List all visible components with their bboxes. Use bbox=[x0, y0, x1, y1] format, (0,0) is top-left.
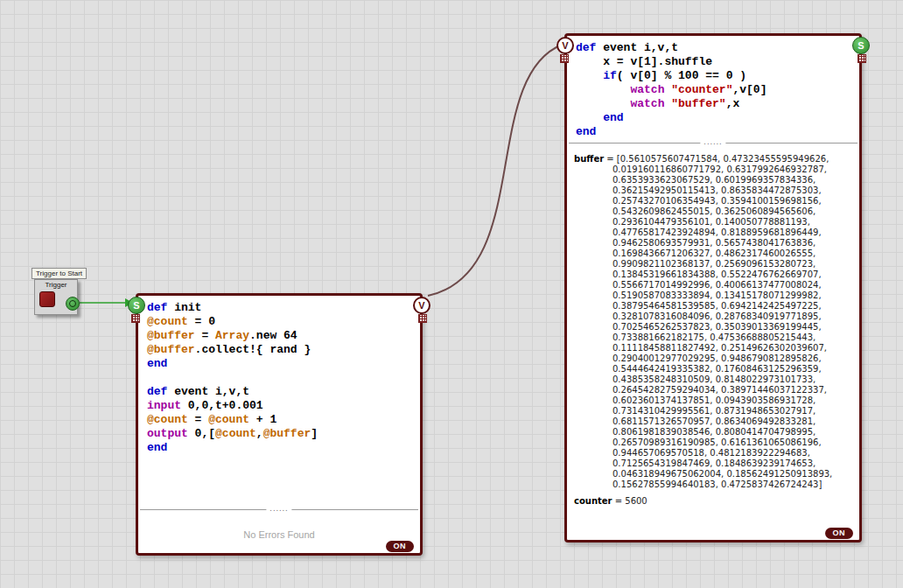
trigger-button[interactable] bbox=[39, 291, 55, 307]
event-code-editor[interactable]: def event i,v,t x = v[1].shuffle if( v[0… bbox=[567, 36, 859, 143]
event-divider-handle[interactable]: ...... bbox=[700, 138, 725, 147]
node-init[interactable]: S V def init@count = 0@buffer = Array.ne… bbox=[136, 293, 423, 556]
watch-buffer-first-line: = [0.5610575607471584, 0.473234555959496… bbox=[604, 154, 829, 164]
watch-counter-label: counter bbox=[574, 496, 612, 506]
node-event[interactable]: V S def event i,v,t x = v[1].shuffle if(… bbox=[564, 33, 862, 542]
event-inlet-connector-icon[interactable] bbox=[560, 54, 569, 63]
init-inlet-connector-icon[interactable] bbox=[131, 314, 140, 323]
watch-buffer-label: buffer bbox=[574, 154, 604, 164]
init-status-bar: No Errors Found bbox=[138, 516, 420, 553]
init-to-event-wire[interactable] bbox=[428, 45, 562, 296]
init-on-toggle[interactable]: ON bbox=[386, 541, 415, 552]
event-on-toggle[interactable]: ON bbox=[825, 528, 854, 539]
watch-counter-value: = 5600 bbox=[612, 496, 648, 506]
init-divider-handle[interactable]: ...... bbox=[266, 505, 291, 514]
event-output-badge[interactable]: S bbox=[852, 37, 870, 54]
event-outlet-connector-icon[interactable] bbox=[858, 54, 866, 63]
event-resize-divider[interactable]: ...... bbox=[569, 143, 858, 150]
trigger-label: Trigger bbox=[35, 281, 77, 289]
patcher-canvas: Trigger to Start Trigger S V def init@co… bbox=[0, 0, 903, 588]
init-code-editor[interactable]: def init@count = 0@buffer = Array.new 64… bbox=[138, 296, 420, 509]
init-resize-divider[interactable]: ...... bbox=[140, 509, 418, 516]
watch-buffer: buffer = [0.5610575607471584, 0.47323455… bbox=[574, 154, 852, 490]
trigger-tooltip: Trigger to Start bbox=[32, 268, 87, 279]
watch-buffer-values: 0.019160116860771792, 0.6317992646932787… bbox=[574, 164, 852, 490]
event-input-badge[interactable]: V bbox=[556, 37, 574, 54]
init-status-text: No Errors Found bbox=[243, 529, 314, 540]
init-outlet-connector-icon[interactable] bbox=[418, 314, 427, 323]
watch-counter: counter = 5600 bbox=[574, 496, 852, 507]
trigger-outlet-badge[interactable] bbox=[66, 297, 80, 311]
init-output-badge[interactable]: V bbox=[413, 297, 430, 314]
event-watch-panel: buffer = [0.5610575607471584, 0.47323455… bbox=[567, 150, 859, 540]
init-input-badge[interactable]: S bbox=[128, 297, 145, 314]
